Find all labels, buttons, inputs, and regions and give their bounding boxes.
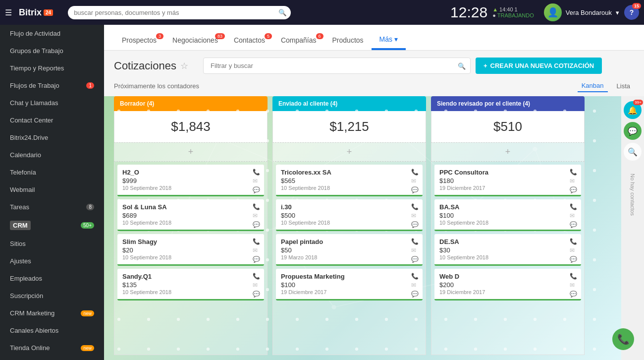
card-webd[interactable]: Web D $200 19 Diciembre 2017 📞 ✉ 💬 [434, 269, 581, 300]
phone-icon[interactable]: 📞 [411, 169, 419, 176]
search-side-button[interactable]: 🔍 [624, 143, 642, 161]
mail-icon[interactable]: ✉ [253, 178, 260, 184]
card-i30[interactable]: i.30 $500 10 Septiembre 2018 📞 ✉ 💬 [276, 199, 423, 231]
mail-icon[interactable]: ✉ [253, 247, 260, 254]
chat-icon[interactable]: 💬 [411, 186, 419, 193]
sidebar-item-crm[interactable]: CRM 50+ [0, 216, 104, 235]
filter-input[interactable] [203, 58, 471, 74]
mail-icon[interactable]: ✉ [411, 212, 419, 219]
card-sandy[interactable]: Sandy.Q1 $135 10 Septiembre 2018 📞 ✉ 💬 [117, 269, 264, 300]
card-sol-luna[interactable]: Sol & Luna SA $689 10 Septiembre 2018 📞 … [117, 199, 264, 231]
sidebar-item-tienda[interactable]: Tienda Online new [0, 339, 104, 357]
tab-contactos[interactable]: Contactos 5 [226, 30, 273, 50]
mail-icon[interactable]: ✉ [253, 282, 260, 289]
chat-icon[interactable]: 💬 [253, 186, 260, 193]
card-amount: $180 [439, 177, 576, 184]
chat-icon[interactable]: 💬 [570, 291, 577, 298]
user-profile[interactable]: 👤 Vera Bondarouk ▾ [544, 3, 619, 21]
create-cotizacion-button[interactable]: + CREAR UNA NUEVA COTIZACIÓN [476, 58, 602, 74]
card-ppc[interactable]: PPC Consultora $180 19 Diciembre 2017 📞 … [434, 165, 581, 196]
chat-icon[interactable]: 💬 [570, 186, 577, 193]
card-propuesta[interactable]: Propuesta Marketing $100 19 Diciembre 20… [276, 269, 423, 300]
mail-icon[interactable]: ✉ [570, 282, 577, 289]
phone-float-button[interactable]: 📞 [612, 328, 634, 350]
tab-companias[interactable]: Compañías 6 [273, 30, 324, 50]
sidebar-item-tiempo[interactable]: Tiempo y Reportes [0, 60, 104, 77]
sidebar-item-sitios[interactable]: Sitios [0, 235, 104, 252]
card-papel[interactable]: Papel pintado $50 19 Marzo 2018 📞 ✉ 💬 [276, 234, 423, 266]
mail-icon[interactable]: ✉ [570, 178, 577, 184]
card-title: Sandy.Q1 [122, 273, 259, 280]
kanban-view-button[interactable]: Kanban [578, 80, 608, 92]
chat-icon[interactable]: 💬 [570, 221, 577, 228]
chat-icon[interactable]: 💬 [253, 291, 260, 298]
chat-icon[interactable]: 💬 [411, 221, 419, 228]
phone-icon[interactable]: 📞 [411, 203, 419, 210]
phone-icon[interactable]: 📞 [253, 169, 260, 176]
sidebar-item-webmail[interactable]: Webmail [0, 181, 104, 198]
tab-productos[interactable]: Productos [324, 30, 372, 50]
mail-icon[interactable]: ✉ [570, 247, 577, 254]
sidebar-item-crm-marketing[interactable]: CRM Marketing new [0, 304, 104, 322]
card-amount: $200 [439, 281, 576, 289]
search-button[interactable]: 🔍 [278, 9, 287, 16]
chat-icon[interactable]: 💬 [411, 291, 419, 298]
sidebar-item-flujos-trabajo[interactable]: Flujos de Trabajo 1 [0, 77, 104, 94]
sidebar-item-suscripcion[interactable]: Suscripción [0, 287, 104, 304]
card-tricolores[interactable]: Tricolores.xx SA $565 10 Septiembre 2018… [276, 165, 423, 196]
mail-icon[interactable]: ✉ [411, 247, 419, 254]
card-title: BA.SA [439, 203, 576, 211]
mail-icon[interactable]: ✉ [253, 212, 260, 219]
chat-button[interactable]: 💬 [624, 122, 642, 140]
phone-icon[interactable]: 📞 [570, 238, 577, 245]
mail-icon[interactable]: ✉ [411, 178, 419, 184]
chat-icon[interactable]: 💬 [411, 256, 419, 263]
menu-icon[interactable]: ☰ [5, 8, 12, 17]
sidebar-item-empleados[interactable]: Empleados [0, 270, 104, 287]
card-desa[interactable]: DE.SA $30 10 Septiembre 2018 📞 ✉ 💬 [434, 234, 581, 266]
sidebar-item-chat[interactable]: Chat y Llamadas [0, 94, 104, 112]
chat-icon[interactable]: 💬 [570, 256, 577, 263]
notification-button[interactable]: 🔔 99+ [624, 101, 642, 119]
phone-icon[interactable]: 📞 [253, 238, 260, 245]
phone-icon[interactable]: 📞 [570, 273, 577, 280]
tab-bar: Prospectos 3 Negociaciones 83 Contactos … [104, 25, 644, 51]
sidebar-item-flujo[interactable]: Flujo de Actividad [0, 25, 104, 42]
sidebar-item-telefonia[interactable]: Telefonía [0, 164, 104, 181]
phone-icon[interactable]: 📞 [253, 273, 260, 280]
mail-icon[interactable]: ✉ [411, 282, 419, 289]
sidebar-item-grupos[interactable]: Grupos de Trabajo [0, 42, 104, 60]
phone-icon[interactable]: 📞 [253, 203, 260, 210]
tab-prospectos[interactable]: Prospectos 3 [114, 30, 164, 50]
phone-icon[interactable]: 📞 [411, 273, 419, 280]
col-add-enviado[interactable]: + [272, 142, 426, 162]
card-amount: $135 [122, 281, 259, 289]
col-add-borrador[interactable]: + [114, 142, 268, 162]
tab-negociaciones[interactable]: Negociaciones 83 [164, 30, 226, 50]
chat-icon[interactable]: 💬 [253, 256, 260, 263]
favorite-star[interactable]: ☆ [180, 60, 188, 71]
card-slim-shagy[interactable]: Slim Shagy $20 10 Septiembre 2018 📞 ✉ 💬 [117, 234, 264, 266]
search-input[interactable] [68, 6, 291, 19]
sidebar-item-ajustes[interactable]: Ajustes [0, 252, 104, 270]
phone-icon[interactable]: 📞 [411, 238, 419, 245]
col-amount-revisado: $510 [431, 111, 585, 142]
card-h2o[interactable]: H2_O $999 10 Septiembre 2018 📞 ✉ 💬 [117, 165, 264, 196]
phone-icon[interactable]: 📞 [570, 203, 577, 210]
card-basa[interactable]: BA.SA $100 10 Septiembre 2018 📞 ✉ 💬 [434, 199, 581, 231]
sidebar-item-canales[interactable]: Canales Abiertos [0, 322, 104, 339]
help-button[interactable]: ? 15 [624, 5, 639, 20]
lista-view-button[interactable]: Lista [613, 80, 634, 92]
kanban-column-borrador: Borrador (4) $1,843 + H2_O $999 10 Septi… [114, 96, 268, 355]
sidebar-item-bitrix-drive[interactable]: Bitrix24.Drive [0, 129, 104, 146]
mail-icon[interactable]: ✉ [570, 212, 577, 219]
phone-icon[interactable]: 📞 [570, 169, 577, 176]
sidebar-item-contact-center[interactable]: Contact Center [0, 112, 104, 129]
col-add-revisado[interactable]: + [431, 142, 585, 162]
chat-icon[interactable]: 💬 [253, 221, 260, 228]
sidebar-item-negociaciones[interactable]: Negociaciones [0, 357, 104, 360]
card-amount: $500 [281, 212, 418, 219]
sidebar-item-tareas[interactable]: Tareas 8 [0, 198, 104, 216]
sidebar-item-calendario[interactable]: Calendario [0, 146, 104, 164]
tab-mas[interactable]: Más ▾ [372, 29, 406, 50]
